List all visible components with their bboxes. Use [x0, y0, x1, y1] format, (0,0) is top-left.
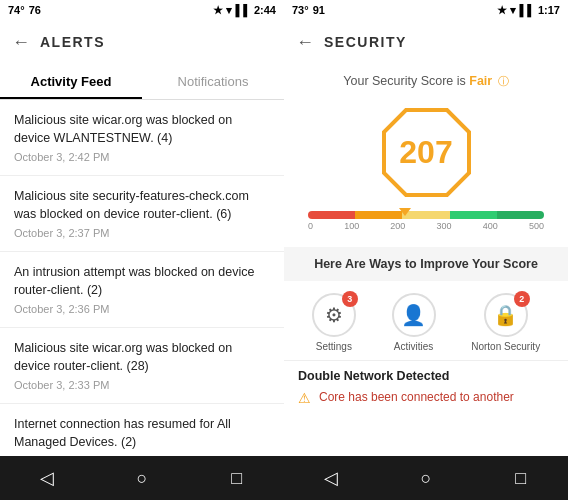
right-status-right: ★ ▾ ▌▌ 1:17 — [497, 4, 560, 17]
tab-notifications[interactable]: Notifications — [142, 64, 284, 99]
recents-nav-btn[interactable]: □ — [217, 458, 257, 498]
left-bottom-nav: ◁ ○ □ — [0, 456, 284, 500]
score-section: Your Security Score is Fair ⓘ 207 0 100 … — [284, 64, 568, 243]
detection-section: Double Network Detected ⚠ Core has been … — [284, 361, 568, 456]
left-status-right: ★ ▾ ▌▌ 2:44 — [213, 4, 276, 17]
bar-label-0: 0 — [308, 221, 313, 231]
settings-icon-item[interactable]: ⚙ 3 Settings — [312, 293, 356, 352]
right-panel: 73° 91 ★ ▾ ▌▌ 1:17 ← SECURITY Your Secur… — [284, 0, 568, 500]
left-header-title: ALERTS — [40, 34, 105, 50]
score-rating: Fair — [469, 74, 492, 88]
info-icon[interactable]: ⓘ — [498, 75, 509, 87]
wifi-icon: ▾ — [226, 4, 232, 17]
feed-item-text: Internet connection has resumed for All … — [14, 416, 270, 451]
feed-item[interactable]: An intrusion attempt was blocked on devi… — [0, 252, 284, 328]
feed-item-time: October 3, 2:37 PM — [14, 227, 270, 239]
left-status-bar: 74° 76 ★ ▾ ▌▌ 2:44 — [0, 0, 284, 20]
feed-item-text: Malicious site security-features-check.c… — [14, 188, 270, 223]
home-nav-btn-right[interactable]: ○ — [406, 458, 446, 498]
norton-security-icon-item[interactable]: 🔒 2 Norton Security — [471, 293, 540, 352]
norton-security-icon-circle: 🔒 2 — [484, 293, 528, 337]
left-status-left: 74° 76 — [8, 4, 41, 16]
detection-text: Core has been connected to another — [319, 389, 514, 406]
battery-pct: 76 — [29, 4, 41, 16]
tab-activity-feed[interactable]: Activity Feed — [0, 64, 142, 99]
back-button-left[interactable]: ← — [12, 32, 30, 53]
score-number: 207 — [399, 134, 452, 171]
feed-item-text: An intrusion attempt was blocked on devi… — [14, 264, 270, 299]
feed-item[interactable]: Malicious site wicar.org was blocked on … — [0, 100, 284, 176]
back-button-right[interactable]: ← — [296, 32, 314, 53]
signal-icon-right: ▌▌ — [519, 4, 535, 16]
octagon-container: 207 — [300, 97, 552, 207]
recents-nav-btn-right[interactable]: □ — [501, 458, 541, 498]
score-bar — [308, 211, 544, 219]
settings-badge: 3 — [342, 291, 358, 307]
feed-item-time: October 3, 2:42 PM — [14, 151, 270, 163]
bar-label-200: 200 — [390, 221, 405, 231]
bottom-icons-row: ⚙ 3 Settings 👤 Activities 🔒 2 Norton Sec… — [284, 285, 568, 361]
bar-label-500: 500 — [529, 221, 544, 231]
bluetooth-icon: ★ — [213, 4, 223, 17]
norton-security-label: Norton Security — [471, 341, 540, 352]
temperature-right: 73° — [292, 4, 309, 16]
right-status-bar: 73° 91 ★ ▾ ▌▌ 1:17 — [284, 0, 568, 20]
feed-item-text: Malicious site wicar.org was blocked on … — [14, 340, 270, 375]
feed-item-time: October 3, 2:33 PM — [14, 379, 270, 391]
time-right: 1:17 — [538, 4, 560, 16]
tabs-bar: Activity Feed Notifications — [0, 64, 284, 100]
norton-badge: 2 — [514, 291, 530, 307]
time-left: 2:44 — [254, 4, 276, 16]
wifi-icon-right: ▾ — [510, 4, 516, 17]
left-header: ← ALERTS — [0, 20, 284, 64]
right-status-left: 73° 91 — [292, 4, 325, 16]
back-nav-btn[interactable]: ◁ — [27, 458, 67, 498]
settings-icon: ⚙ — [325, 303, 343, 327]
score-label-text: Your Security Score is — [343, 74, 466, 88]
temperature: 74° — [8, 4, 25, 16]
feed-item[interactable]: Malicious site wicar.org was blocked on … — [0, 328, 284, 404]
warning-icon: ⚠ — [298, 390, 311, 406]
battery-pct-right: 91 — [313, 4, 325, 16]
activities-icon: 👤 — [401, 303, 426, 327]
score-indicator — [399, 208, 411, 216]
bar-label-300: 300 — [437, 221, 452, 231]
bar-label-400: 400 — [483, 221, 498, 231]
score-label: Your Security Score is Fair ⓘ — [300, 74, 552, 89]
feed-item-time: October 3, 2:36 PM — [14, 303, 270, 315]
feed-item-text: Malicious site wicar.org was blocked on … — [14, 112, 270, 147]
feed-item[interactable]: Malicious site security-features-check.c… — [0, 176, 284, 252]
detection-row: ⚠ Core has been connected to another — [298, 389, 554, 406]
back-nav-btn-right[interactable]: ◁ — [311, 458, 351, 498]
left-panel: 74° 76 ★ ▾ ▌▌ 2:44 ← ALERTS Activity Fee… — [0, 0, 284, 500]
improve-banner: Here Are Ways to Improve Your Score — [284, 247, 568, 281]
right-header-title: SECURITY — [324, 34, 407, 50]
score-octagon: 207 — [379, 105, 474, 200]
score-bar-labels: 0 100 200 300 400 500 — [308, 221, 544, 231]
right-header: ← SECURITY — [284, 20, 568, 64]
bar-label-100: 100 — [344, 221, 359, 231]
activities-icon-circle: 👤 — [392, 293, 436, 337]
detection-title: Double Network Detected — [298, 369, 554, 383]
signal-icon: ▌▌ — [235, 4, 251, 16]
right-bottom-nav: ◁ ○ □ — [284, 456, 568, 500]
feed-list: Malicious site wicar.org was blocked on … — [0, 100, 284, 456]
bluetooth-icon-right: ★ — [497, 4, 507, 17]
settings-label: Settings — [316, 341, 352, 352]
norton-security-icon: 🔒 — [493, 303, 518, 327]
feed-item[interactable]: Internet connection has resumed for All … — [0, 404, 284, 456]
score-bar-container: 0 100 200 300 400 500 — [308, 211, 544, 231]
home-nav-btn[interactable]: ○ — [122, 458, 162, 498]
settings-icon-circle: ⚙ 3 — [312, 293, 356, 337]
activities-label: Activities — [394, 341, 433, 352]
activities-icon-item[interactable]: 👤 Activities — [392, 293, 436, 352]
